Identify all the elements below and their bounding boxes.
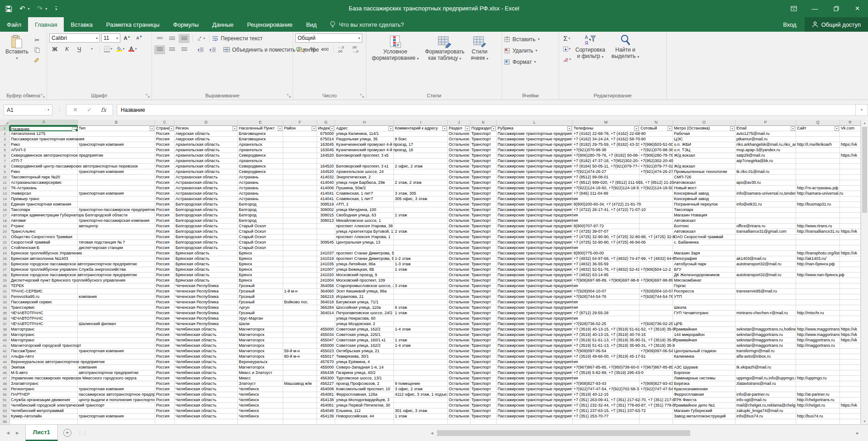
cell[interactable] [796, 349, 840, 354]
cell[interactable]: Беломорский проспект, 3 к1 [335, 164, 394, 169]
cell[interactable] [840, 224, 861, 229]
cell[interactable]: Шоссейная улица, 110а [335, 305, 394, 311]
filter-icon[interactable]: ▾ [312, 126, 316, 131]
cell[interactable]: улица Ерёмина, 4 [335, 360, 394, 365]
cell[interactable]: Транспорт [470, 191, 497, 197]
cell[interactable] [735, 321, 796, 327]
row-number[interactable]: 14 [0, 197, 10, 202]
cell[interactable]: Пассажирские транспортные предприятия [497, 267, 573, 273]
cell[interactable]: 1-4 этаж [394, 327, 448, 332]
cell[interactable]: Ламинарные системы [673, 376, 735, 381]
filter-icon[interactable]: ▾ [389, 126, 393, 131]
cell[interactable]: Остальное [448, 408, 470, 414]
cell[interactable]: Старый Оскол [238, 229, 283, 235]
cell[interactable]: Аргун [238, 305, 283, 311]
cell[interactable]: Магнитогорск [238, 365, 283, 370]
cell[interactable] [283, 197, 317, 202]
cell[interactable] [283, 256, 317, 262]
cell[interactable]: 301 офис, 3 этаж [394, 408, 448, 414]
header-cell[interactable]: Комментарий к адресу▾ [394, 126, 448, 131]
cell[interactable]: Магнитогорский городской транспорт [10, 343, 78, 349]
cell[interactable]: transfermgn@mail.ru [735, 349, 796, 354]
cell[interactable]: https://vk [840, 229, 861, 235]
cell[interactable]: alfa-avto@inbox.ru [735, 354, 796, 360]
cell[interactable]: http://uppmgo.ru [796, 376, 840, 381]
cell[interactable]: Роспресса [673, 289, 735, 294]
copy-button[interactable] [32, 45, 43, 54]
column-letter-G[interactable]: G [317, 120, 335, 126]
cell[interactable]: Остальное [448, 224, 470, 229]
cell[interactable] [840, 197, 861, 202]
header-cell[interactable]: Сайт▾ [796, 126, 840, 131]
cell[interactable] [840, 218, 861, 224]
cell[interactable] [735, 278, 796, 283]
cell[interactable]: 8 бокс [394, 137, 448, 142]
cell[interactable]: Автовокзал [673, 180, 735, 186]
cell[interactable]: +7(928)004-10-07 [573, 289, 640, 294]
cell[interactable]: пассажирское автотранспортное предприяти [78, 392, 155, 398]
cell[interactable]: +7(922)747-47-54 [640, 387, 673, 392]
cell[interactable]: Альфа-Авто [10, 354, 78, 360]
cell[interactable]: Пассажирские транспортные предприятия [497, 408, 573, 414]
cell[interactable]: Тимирязева, 30/1 [335, 354, 394, 360]
row-number[interactable]: 32 [0, 294, 10, 300]
cell[interactable]: Ртранс [10, 224, 78, 229]
cell[interactable]: 364018 [317, 300, 335, 305]
cell[interactable]: +7 (351) 237-63-15, +7 (351) 237-63-72 [573, 408, 640, 414]
fill-handle[interactable] [75, 129, 78, 132]
cell[interactable]: Челябинская область [175, 354, 238, 360]
cell[interactable]: info@at-partner.ru [735, 392, 796, 398]
cell[interactable] [78, 327, 155, 332]
cell[interactable]: Магнитогорск [238, 354, 283, 360]
cell[interactable]: ak1403@mail.ru [735, 256, 796, 262]
cell[interactable]: Архангельская область [175, 169, 238, 175]
cell[interactable]: +7 (8512) 99-08-01 [573, 175, 640, 180]
cell[interactable]: Транспорт [470, 354, 497, 360]
cell[interactable]: Пассажирские транспортные предприятия [497, 142, 573, 148]
cell[interactable] [640, 311, 673, 316]
cell[interactable] [840, 245, 861, 251]
cell[interactable]: Челябинск [238, 398, 283, 403]
cell[interactable]: Остальное [448, 142, 470, 148]
cell[interactable]: http://t.me/tkrikoarh [796, 142, 840, 148]
cell[interactable]: Россия [155, 283, 175, 289]
cell[interactable] [283, 213, 317, 218]
sort-filter-button[interactable]: АЯ Сортировка и фильтр ▾ [572, 34, 608, 91]
ribbon-display-options-icon[interactable] [783, 0, 804, 17]
cell[interactable]: Пассажирские транспортные предприятия [497, 343, 573, 349]
cell[interactable]: Транспорт [470, 376, 497, 381]
column-letter-P[interactable]: P [735, 120, 796, 126]
cell[interactable]: о.п. ТЭЦ [673, 148, 735, 153]
cell[interactable]: Пассажирские транспортные предприятия [497, 327, 573, 332]
orientation-button[interactable]: ▾ [195, 34, 206, 43]
cell[interactable]: 1-4 этаж [394, 343, 448, 349]
cell[interactable] [78, 148, 155, 153]
cell[interactable] [394, 349, 448, 354]
cell[interactable]: http://transalliance31.ru [796, 229, 840, 235]
cell[interactable] [283, 131, 317, 137]
row-number[interactable]: 27 [0, 267, 10, 273]
column-letter-F[interactable]: F [283, 120, 317, 126]
cell[interactable]: Челябинская область [175, 408, 238, 414]
cell[interactable]: Транспорт [470, 273, 497, 278]
cell[interactable]: http://пап-брянск.рф [796, 262, 840, 267]
cell[interactable]: Раздольная улица, 35 [335, 137, 394, 142]
cell[interactable]: +7 (3519) 51-61-13, +7 (3519) 35-90-31, … [573, 338, 640, 343]
cell[interactable]: 456438 [317, 370, 335, 376]
cell[interactable]: mail@chelget.ru,reklama@chelget.r [735, 403, 796, 408]
cell[interactable]: Остальное [448, 392, 470, 398]
cell[interactable]: Магнитогорск [238, 338, 283, 343]
cell[interactable] [78, 175, 155, 180]
cell[interactable]: 2 этаж, 2 этаж [394, 180, 448, 186]
cell[interactable] [283, 408, 317, 414]
cell[interactable]: +7(967)867-85-85, +7(950)738-60-0 [573, 365, 640, 370]
cell[interactable]: Октябрьская улица, 21 [335, 349, 394, 354]
cell[interactable]: 164520 [317, 164, 335, 169]
cell[interactable]: Архангельск [238, 158, 283, 164]
cell[interactable]: Пассажирские транспортные предприятия [497, 349, 573, 354]
cell[interactable]: Пушкина, 50ж/2 [335, 186, 394, 191]
cell[interactable] [840, 186, 861, 191]
cell[interactable] [394, 398, 448, 403]
cell[interactable]: Остальное [448, 267, 470, 273]
cell[interactable]: Транспорт [470, 408, 497, 414]
